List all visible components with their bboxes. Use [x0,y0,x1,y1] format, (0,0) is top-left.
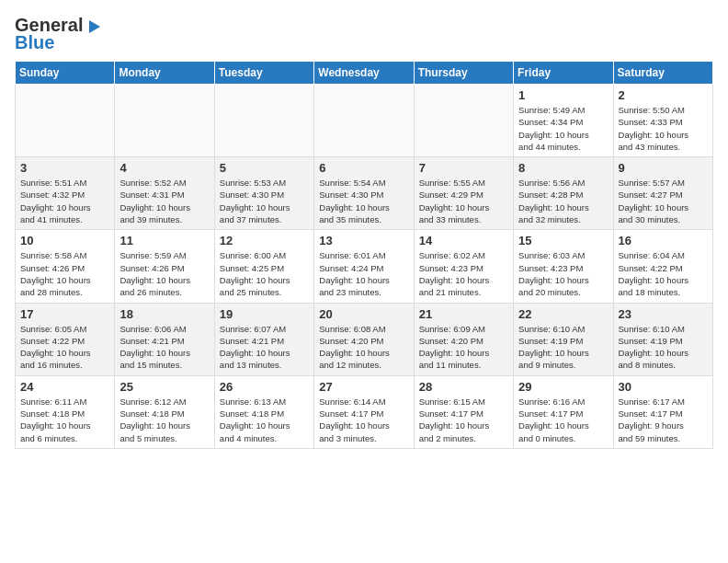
day-number: 27 [319,380,408,394]
logo: General Blue [15,15,100,53]
calendar-day-cell: 26Sunrise: 6:13 AM Sunset: 4:18 PM Dayli… [214,375,313,448]
day-info: Sunrise: 5:50 AM Sunset: 4:33 PM Dayligh… [619,104,708,153]
day-info: Sunrise: 6:07 AM Sunset: 4:21 PM Dayligh… [220,323,309,372]
calendar-day-cell: 21Sunrise: 6:09 AM Sunset: 4:20 PM Dayli… [414,303,513,375]
day-info: Sunrise: 6:01 AM Sunset: 4:24 PM Dayligh… [319,249,408,298]
day-info: Sunrise: 6:11 AM Sunset: 4:18 PM Dayligh… [20,396,109,444]
calendar-week-row: 24Sunrise: 6:11 AM Sunset: 4:18 PM Dayli… [16,375,713,448]
day-info: Sunrise: 6:05 AM Sunset: 4:22 PM Dayligh… [20,323,109,372]
day-number: 10 [20,234,109,247]
logo-blue-text: Blue [15,32,54,53]
day-number: 12 [220,234,309,247]
column-header-friday: Friday [514,62,613,85]
day-number: 1 [518,88,608,102]
calendar-day-cell: 17Sunrise: 6:05 AM Sunset: 4:22 PM Dayli… [16,303,115,375]
calendar-day-cell [214,85,313,157]
day-number: 29 [518,380,608,394]
day-info: Sunrise: 6:09 AM Sunset: 4:20 PM Dayligh… [419,323,508,372]
day-number: 2 [619,88,708,102]
calendar-day-cell [115,85,214,157]
day-info: Sunrise: 6:04 AM Sunset: 4:22 PM Dayligh… [619,249,708,298]
day-number: 24 [20,380,109,394]
day-info: Sunrise: 6:03 AM Sunset: 4:23 PM Dayligh… [518,249,608,298]
column-header-saturday: Saturday [613,62,712,85]
calendar-day-cell: 10Sunrise: 5:58 AM Sunset: 4:26 PM Dayli… [16,230,115,303]
column-header-tuesday: Tuesday [214,62,313,85]
day-number: 6 [319,161,408,175]
day-number: 30 [619,380,708,394]
calendar-week-row: 17Sunrise: 6:05 AM Sunset: 4:22 PM Dayli… [16,303,713,375]
calendar-day-cell: 6Sunrise: 5:54 AM Sunset: 4:30 PM Daylig… [314,157,414,230]
day-info: Sunrise: 6:17 AM Sunset: 4:17 PM Dayligh… [619,396,708,444]
day-info: Sunrise: 5:53 AM Sunset: 4:30 PM Dayligh… [220,177,309,225]
day-info: Sunrise: 5:59 AM Sunset: 4:26 PM Dayligh… [119,249,209,298]
day-info: Sunrise: 5:58 AM Sunset: 4:26 PM Dayligh… [20,249,109,298]
day-number: 21 [419,307,508,321]
calendar-day-cell [414,85,513,157]
calendar-day-cell [314,85,414,157]
calendar-day-cell: 20Sunrise: 6:08 AM Sunset: 4:20 PM Dayli… [314,303,414,375]
column-header-monday: Monday [115,62,214,85]
day-number: 11 [119,234,209,247]
calendar-day-cell: 24Sunrise: 6:11 AM Sunset: 4:18 PM Dayli… [16,375,115,448]
day-number: 20 [319,307,408,321]
day-info: Sunrise: 6:08 AM Sunset: 4:20 PM Dayligh… [319,323,408,372]
day-info: Sunrise: 5:55 AM Sunset: 4:29 PM Dayligh… [419,177,508,225]
calendar-week-row: 10Sunrise: 5:58 AM Sunset: 4:26 PM Dayli… [16,230,713,303]
column-header-sunday: Sunday [16,62,115,85]
day-number: 16 [619,234,708,247]
calendar-day-cell: 9Sunrise: 5:57 AM Sunset: 4:27 PM Daylig… [613,157,712,230]
calendar-day-cell: 18Sunrise: 6:06 AM Sunset: 4:21 PM Dayli… [115,303,214,375]
calendar-day-cell: 19Sunrise: 6:07 AM Sunset: 4:21 PM Dayli… [214,303,313,375]
day-info: Sunrise: 5:52 AM Sunset: 4:31 PM Dayligh… [119,177,209,225]
calendar-day-cell: 8Sunrise: 5:56 AM Sunset: 4:28 PM Daylig… [514,157,613,230]
day-info: Sunrise: 6:16 AM Sunset: 4:17 PM Dayligh… [518,396,608,444]
calendar-day-cell: 22Sunrise: 6:10 AM Sunset: 4:19 PM Dayli… [514,303,613,375]
day-number: 26 [220,380,309,394]
calendar-week-row: 1Sunrise: 5:49 AM Sunset: 4:34 PM Daylig… [16,85,713,157]
day-info: Sunrise: 6:14 AM Sunset: 4:17 PM Dayligh… [319,396,408,444]
day-info: Sunrise: 5:56 AM Sunset: 4:28 PM Dayligh… [518,177,608,225]
day-info: Sunrise: 6:02 AM Sunset: 4:23 PM Dayligh… [419,249,508,298]
day-number: 23 [619,307,708,321]
calendar-day-cell: 13Sunrise: 6:01 AM Sunset: 4:24 PM Dayli… [314,230,414,303]
day-info: Sunrise: 6:13 AM Sunset: 4:18 PM Dayligh… [220,396,309,444]
day-info: Sunrise: 5:54 AM Sunset: 4:30 PM Dayligh… [319,177,408,225]
day-number: 18 [119,307,209,321]
column-header-thursday: Thursday [414,62,513,85]
day-number: 19 [220,307,309,321]
day-number: 7 [419,161,508,175]
day-number: 17 [20,307,109,321]
day-number: 3 [20,161,109,175]
calendar-table: SundayMondayTuesdayWednesdayThursdayFrid… [15,61,713,449]
day-info: Sunrise: 5:57 AM Sunset: 4:27 PM Dayligh… [619,177,708,225]
day-info: Sunrise: 6:10 AM Sunset: 4:19 PM Dayligh… [518,323,608,372]
day-number: 13 [319,234,408,247]
calendar-day-cell: 2Sunrise: 5:50 AM Sunset: 4:33 PM Daylig… [613,85,712,157]
calendar-day-cell: 16Sunrise: 6:04 AM Sunset: 4:22 PM Dayli… [613,230,712,303]
calendar-day-cell: 27Sunrise: 6:14 AM Sunset: 4:17 PM Dayli… [314,375,414,448]
calendar-day-cell: 29Sunrise: 6:16 AM Sunset: 4:17 PM Dayli… [514,375,613,448]
calendar-day-cell: 23Sunrise: 6:10 AM Sunset: 4:19 PM Dayli… [613,303,712,375]
day-info: Sunrise: 6:10 AM Sunset: 4:19 PM Dayligh… [619,323,708,372]
calendar-day-cell [16,85,115,157]
calendar-day-cell: 30Sunrise: 6:17 AM Sunset: 4:17 PM Dayli… [613,375,712,448]
calendar-day-cell: 25Sunrise: 6:12 AM Sunset: 4:18 PM Dayli… [115,375,214,448]
column-header-wednesday: Wednesday [314,62,414,85]
day-number: 4 [119,161,209,175]
calendar-day-cell: 12Sunrise: 6:00 AM Sunset: 4:25 PM Dayli… [214,230,313,303]
calendar-day-cell: 11Sunrise: 5:59 AM Sunset: 4:26 PM Dayli… [115,230,214,303]
calendar-header-row: SundayMondayTuesdayWednesdayThursdayFrid… [16,62,713,85]
day-number: 15 [518,234,608,247]
day-number: 8 [518,161,608,175]
calendar-day-cell: 5Sunrise: 5:53 AM Sunset: 4:30 PM Daylig… [214,157,313,230]
calendar-week-row: 3Sunrise: 5:51 AM Sunset: 4:32 PM Daylig… [16,157,713,230]
calendar-day-cell: 3Sunrise: 5:51 AM Sunset: 4:32 PM Daylig… [16,157,115,230]
day-info: Sunrise: 6:06 AM Sunset: 4:21 PM Dayligh… [119,323,209,372]
day-info: Sunrise: 6:12 AM Sunset: 4:18 PM Dayligh… [119,396,209,444]
logo-arrow-icon [89,20,100,33]
day-number: 5 [220,161,309,175]
calendar-day-cell: 14Sunrise: 6:02 AM Sunset: 4:23 PM Dayli… [414,230,513,303]
calendar-day-cell: 28Sunrise: 6:15 AM Sunset: 4:17 PM Dayli… [414,375,513,448]
day-number: 9 [619,161,708,175]
